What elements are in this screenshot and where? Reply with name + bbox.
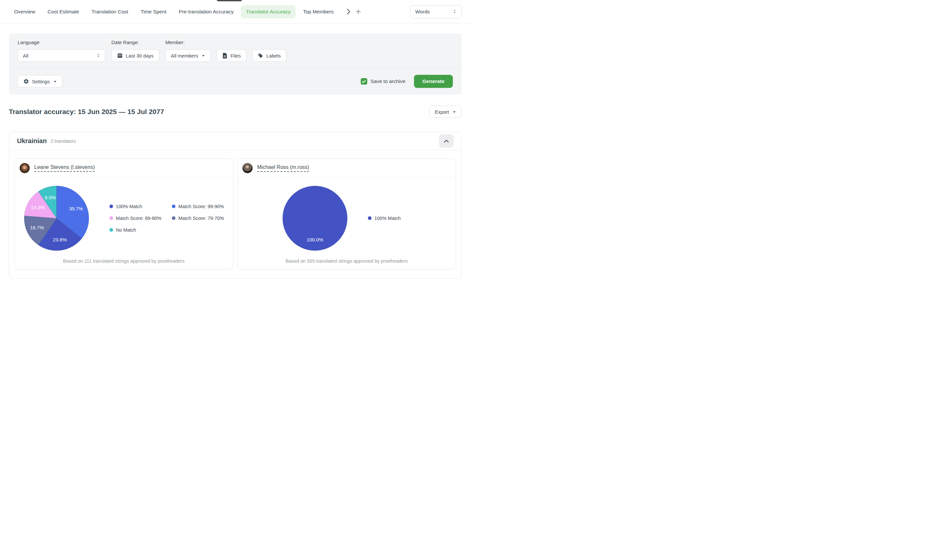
files-button-label: Files [231, 53, 241, 58]
date-range-value: Last 30 days [126, 53, 154, 58]
legend-item[interactable]: 100% Match [368, 215, 401, 221]
calendar-icon [117, 52, 123, 58]
member-label: Member: [165, 40, 286, 45]
chart-footnote: Based on 111 translated strings approved… [15, 258, 233, 269]
legend-item[interactable]: No Match [109, 228, 161, 232]
pie-slice-label: 35.7% [69, 206, 83, 211]
language-select[interactable]: All [18, 49, 105, 62]
legend-dot [109, 205, 113, 208]
legend-dot [109, 216, 113, 220]
language-group-card: Ukrainian 2 translators Leane Stevens (l… [9, 132, 462, 279]
plus-icon [355, 9, 361, 14]
tab-time-spent[interactable]: Time Spent [135, 5, 172, 18]
legend-dot [368, 216, 372, 220]
chevron-right-icon [347, 9, 350, 15]
select-arrows-icon [96, 53, 101, 58]
translator-card: Leane Stevens (l.stevens) 35.7%23.8%16.7… [14, 158, 233, 269]
gear-icon [23, 78, 29, 84]
date-range-button[interactable]: Last 30 days [111, 49, 159, 62]
tab-top-members[interactable]: Top Members [298, 5, 339, 18]
pie-slice-label: 100.0% [306, 237, 323, 242]
caret-down-icon [201, 54, 205, 57]
member-select-value: All members [171, 53, 198, 58]
export-button[interactable]: Export [429, 106, 462, 118]
tag-icon [258, 53, 263, 58]
collapse-section-button[interactable] [439, 134, 454, 148]
select-arrows-icon [452, 9, 457, 14]
legend-label: Match Score: 99-90% [178, 204, 224, 209]
tab-translator-accuracy[interactable]: Translator Accuracy [241, 5, 296, 18]
report-unit-value: Words [415, 9, 430, 15]
tab-overview[interactable]: Overview [9, 5, 40, 18]
file-icon [222, 52, 228, 59]
tab-pre-translation-accuracy[interactable]: Pre-translation Accuracy [174, 5, 239, 18]
screen-notch [217, 0, 242, 1]
pie-chart: 35.7%23.8%16.7%14.3%9.5% [24, 186, 89, 251]
pie-slice-label: 9.5% [45, 194, 55, 200]
translator-card: Michael Ross (m.ross) 100.0% 100% Match … [237, 158, 456, 269]
translator-chart-area: 100.0% 100% Match [238, 178, 456, 258]
legend-item[interactable]: 100% Match [109, 204, 161, 209]
legend-item[interactable]: Match Score: 79-70% [172, 215, 224, 221]
legend-dot [172, 216, 175, 220]
legend-item[interactable]: Match Score: 89-80% [109, 215, 161, 221]
pie-slice-label: 14.3% [31, 204, 45, 210]
report-tabbar: OverviewCost EstimateTranslation CostTim… [0, 0, 470, 23]
filters-panel: Language All Date Range: Last 30 days Me… [9, 33, 462, 95]
settings-button[interactable]: Settings [18, 75, 62, 88]
legend-label: No Match [116, 228, 136, 232]
pie-legend: 100% Match [368, 215, 411, 221]
language-group-header: Ukrainian 2 translators [9, 132, 461, 150]
language-name: Ukrainian [17, 137, 47, 145]
language-filter-group: Language All [18, 40, 105, 62]
pie-chart: 100.0% [282, 186, 347, 251]
pie-slice-label: 23.8% [52, 237, 67, 242]
pie-slice-label: 16.7% [30, 225, 44, 230]
date-range-label: Date Range: [111, 40, 159, 45]
translator-name-link[interactable]: Leane Stevens (l.stevens) [34, 165, 95, 172]
filters-divider [9, 68, 462, 69]
legend-dot [109, 228, 113, 232]
checkmark-icon [362, 79, 366, 84]
avatar [243, 163, 252, 173]
filters-row: Language All Date Range: Last 30 days Me… [18, 40, 453, 62]
legend-item[interactable]: Match Score: 99-90% [172, 204, 224, 209]
translators-count: 2 translators [51, 138, 76, 144]
language-select-value: All [23, 53, 28, 58]
generate-button[interactable]: Generate [414, 75, 453, 88]
tabs-overflow-chevron-button[interactable] [347, 9, 350, 15]
member-select-button[interactable]: All members [165, 49, 211, 62]
labels-filter-button[interactable]: Labels [252, 49, 286, 62]
translator-card-header: Leane Stevens (l.stevens) [15, 159, 233, 178]
caret-down-icon [452, 110, 456, 114]
export-button-label: Export [435, 109, 449, 115]
legend-label: 100% Match [116, 204, 143, 209]
pie-legend: 100% MatchMatch Score: 99-90%Match Score… [109, 204, 224, 232]
date-range-filter-group: Date Range: Last 30 days [111, 40, 159, 62]
save-to-archive-checkbox[interactable] [361, 78, 367, 85]
legend-label: Match Score: 89-80% [116, 215, 161, 221]
report-tabs: OverviewCost EstimateTranslation CostTim… [9, 5, 339, 18]
add-report-button[interactable] [355, 9, 361, 14]
tab-translation-cost[interactable]: Translation Cost [86, 5, 133, 18]
report-header: Translator accuracy: 15 Jun 2025 — 15 Ju… [9, 106, 462, 118]
save-to-archive-label[interactable]: Save to archive [371, 78, 406, 84]
tab-cost-estimate[interactable]: Cost Estimate [43, 5, 84, 18]
legend-dot [172, 205, 175, 208]
legend-label: 100% Match [374, 215, 401, 221]
translator-cards: Leane Stevens (l.stevens) 35.7%23.8%16.7… [9, 150, 461, 278]
translator-name-link[interactable]: Michael Ross (m.ross) [257, 165, 309, 172]
filters-actions-row: Settings Save to archive Generate [18, 75, 453, 88]
language-label: Language [18, 40, 105, 45]
translator-card-header: Michael Ross (m.ross) [238, 159, 456, 178]
avatar [20, 163, 30, 173]
report-title: Translator accuracy: 15 Jun 2025 — 15 Ju… [9, 108, 164, 115]
chart-footnote: Based on 555 translated strings approved… [238, 258, 456, 269]
legend-label: Match Score: 79-70% [178, 215, 224, 221]
translator-chart-area: 35.7%23.8%16.7%14.3%9.5% 100% MatchMatch… [15, 178, 233, 258]
caret-down-icon [53, 80, 57, 83]
files-filter-button[interactable]: Files [217, 49, 246, 62]
settings-button-label: Settings [32, 79, 50, 84]
chevron-up-icon [443, 139, 449, 143]
report-unit-select[interactable]: Words [410, 5, 462, 18]
